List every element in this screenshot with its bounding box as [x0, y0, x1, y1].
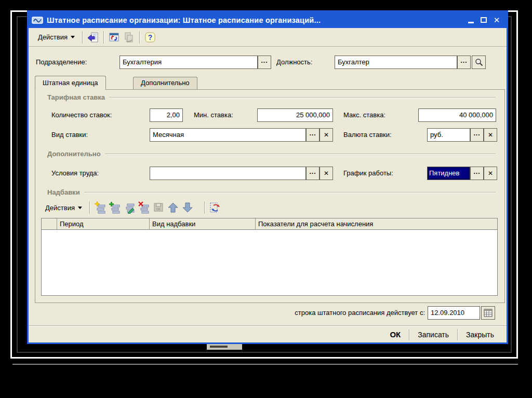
additional-group-title: Дополнительно — [47, 150, 101, 158]
reread-button[interactable] — [107, 31, 122, 44]
rates-count-input[interactable]: 2,00 — [150, 108, 183, 122]
toolbar-separator — [89, 201, 90, 214]
arrow-down-icon — [181, 201, 194, 214]
actions-menu-label: Действия — [38, 33, 68, 41]
finish-edit-button-disabled: OK — [151, 201, 166, 214]
tariff-group-title: Тарифная ставка — [47, 93, 105, 101]
max-rate-label: Макс. ставка: — [343, 108, 385, 122]
maximize-button[interactable] — [479, 16, 488, 24]
min-rate-input[interactable]: 25 000,000 — [257, 108, 333, 122]
help-icon: ? — [144, 31, 156, 44]
allowances-actions-label: Действия — [45, 204, 75, 212]
position-input[interactable]: Бухгалтер — [335, 56, 457, 69]
delete-icon — [138, 201, 150, 214]
close-button[interactable]: ✕ — [492, 16, 501, 24]
move-up-button[interactable] — [166, 201, 180, 214]
work-conditions-input[interactable] — [150, 167, 306, 180]
department-browse-button[interactable]: ... — [258, 56, 271, 69]
edit-row-button[interactable] — [122, 201, 137, 214]
window-icon — [32, 16, 43, 24]
finish-edit-icon: OK — [152, 201, 165, 214]
main-toolbar: Действия — [29, 28, 507, 47]
move-down-button[interactable] — [180, 201, 195, 214]
min-rate-label: Мин. ставка: — [194, 108, 233, 122]
work-conditions-clear-button[interactable]: ✕ — [320, 167, 333, 180]
calendar-button[interactable] — [481, 306, 495, 320]
position-search-button[interactable] — [472, 56, 486, 69]
currency-browse-button[interactable]: ... — [470, 128, 484, 142]
actions-menu-button[interactable]: Действия — [34, 31, 79, 44]
schedule-clear-button[interactable]: ✕ — [484, 167, 497, 180]
max-rate-input[interactable]: 40 000,000 — [418, 108, 496, 122]
title-bar[interactable]: Штатное расписание организации: Штатное … — [29, 12, 507, 28]
minimize-button[interactable] — [466, 16, 475, 24]
svg-text:?: ? — [148, 33, 153, 42]
toolbar-separator — [103, 31, 104, 44]
column-marker — [42, 218, 57, 229]
dropdown-arrow-icon — [78, 207, 82, 209]
reread-icon — [108, 31, 121, 44]
dropdown-arrow-icon — [71, 36, 75, 38]
slide-bottom-line — [12, 364, 518, 365]
add-copy-button[interactable] — [108, 201, 122, 214]
allowances-actions-button[interactable]: Действия — [41, 201, 86, 214]
allowances-table[interactable]: Период Вид надбавки Показатели для расче… — [41, 218, 498, 296]
tab-additional[interactable]: Дополнительно — [133, 77, 197, 89]
arrow-up-icon — [167, 201, 179, 214]
allowances-group-title: Надбавки — [47, 188, 80, 196]
window-title: Штатное расписание организации: Штатное … — [47, 16, 462, 24]
schedule-browse-button[interactable]: ... — [470, 167, 484, 180]
help-button[interactable]: ? — [143, 31, 157, 44]
rate-kind-clear-button[interactable]: ✕ — [320, 128, 333, 142]
currency-clear-button[interactable]: ✕ — [484, 128, 497, 142]
toolbar-separator — [82, 31, 83, 44]
go-to-list-button[interactable] — [86, 31, 100, 44]
save-button[interactable]: Записать — [409, 328, 457, 341]
column-allowance-kind: Вид надбавки — [150, 218, 256, 229]
rate-kind-input[interactable]: Месячная — [150, 128, 306, 142]
magnifier-icon — [474, 58, 484, 67]
refresh-button[interactable] — [208, 201, 222, 214]
allowances-group-header: Надбавки — [47, 188, 496, 196]
background-artifact — [207, 344, 242, 350]
refresh-icon — [209, 201, 221, 214]
rates-count-label: Количество ставок: — [51, 108, 112, 122]
dialog-window: Штатное расписание организации: Штатное … — [27, 10, 508, 344]
copy-sheets-icon — [123, 31, 135, 44]
copy-sheets-button-disabled — [122, 31, 136, 44]
column-period: Период — [57, 218, 150, 229]
add-row-icon — [94, 201, 107, 214]
effective-date-label: строка штатного расписания действует с: — [184, 306, 425, 320]
add-copy-icon — [109, 201, 121, 214]
department-label: Подразделение: — [36, 56, 87, 69]
column-indicators: Показатели для расчета начисления — [256, 218, 497, 229]
edit-icon — [123, 201, 136, 214]
position-browse-button[interactable]: ... — [457, 56, 471, 69]
allowances-toolbar: Действия — [41, 200, 496, 215]
close-icon: ✕ — [494, 16, 500, 24]
toolbar-separator — [139, 31, 140, 44]
calendar-icon — [484, 309, 493, 317]
work-conditions-browse-button[interactable]: ... — [306, 167, 320, 180]
rate-kind-browse-button[interactable]: ... — [306, 128, 320, 142]
schedule-input-selected[interactable]: Пятиднев — [427, 167, 470, 180]
add-row-button[interactable] — [93, 201, 108, 214]
allowances-table-body[interactable] — [42, 230, 497, 295]
tab-staff-unit[interactable]: Штатная единица — [35, 76, 106, 90]
work-conditions-label: Условия труда: — [51, 167, 99, 180]
rate-kind-label: Вид ставки: — [51, 128, 88, 142]
department-input[interactable]: Бухгалтерия — [119, 56, 258, 69]
currency-label: Валюта ставки: — [343, 128, 392, 142]
minimize-icon — [468, 22, 474, 23]
close-window-button[interactable]: Закрыть — [458, 328, 502, 341]
maximize-icon — [481, 17, 487, 23]
toolbar-separator — [204, 201, 205, 214]
ok-button[interactable]: ОК — [381, 328, 409, 341]
currency-input[interactable]: руб. — [427, 128, 470, 142]
footer: ОК Записать Закрыть — [29, 326, 507, 342]
schedule-label: График работы: — [343, 167, 393, 180]
position-label: Должность: — [276, 56, 312, 69]
effective-date-input[interactable]: 12.09.2010 — [428, 306, 480, 320]
tariff-group-header: Тарифная ставка — [47, 93, 496, 101]
delete-row-button[interactable] — [137, 201, 151, 214]
